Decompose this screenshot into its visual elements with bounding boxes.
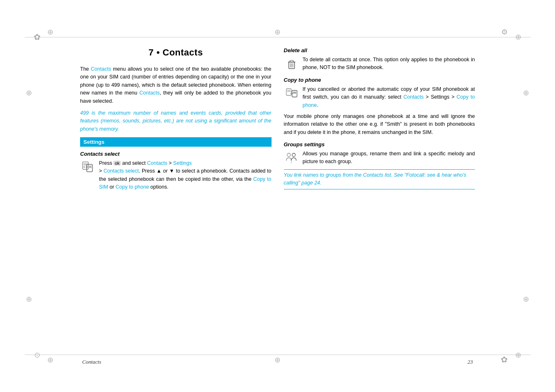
gear-icon-tr: ⚙ (501, 28, 508, 36)
delete-all-heading: Delete all (284, 47, 475, 53)
groups-settings-icon: ♪ (284, 150, 299, 166)
page-title: 7 • Contacts (80, 47, 272, 58)
flower-icon-tl: ✿ (34, 32, 41, 42)
delete-all-text: To delete all contacts at once. This opt… (303, 56, 475, 72)
svg-rect-5 (88, 166, 92, 168)
info-italic-box: You link names to groups from the Contac… (284, 169, 475, 189)
phone-sim-icon (81, 160, 95, 174)
intro-paragraph: The Contacts menu allows you to select o… (80, 65, 272, 105)
crosshair-tc: ⊕ (274, 28, 281, 37)
crosshair-ml: ⊕ (26, 88, 32, 97)
flower-br: ✿ (501, 355, 508, 364)
contacts-link-2: Contacts (139, 90, 159, 96)
left-column: 7 • Contacts The Contacts menu allows yo… (80, 47, 272, 345)
svg-rect-13 (287, 90, 290, 92)
manage-body: Your mobile phone only manages one phone… (284, 113, 475, 135)
svg-text:♪: ♪ (290, 160, 292, 164)
italic-text: 499 is the maximum number of names and e… (80, 110, 272, 132)
copy-to-phone-icon-row: If you cancelled or aborted the automati… (284, 85, 475, 109)
cs-settings-link: Settings (173, 160, 192, 166)
crosshair-bml: ⊕ (26, 295, 32, 304)
sim-copy-icon (285, 86, 299, 100)
hrule-top (25, 37, 530, 37)
intro-text: The (80, 66, 91, 72)
footer-right: 23 (467, 359, 473, 365)
ctp-dot: . (317, 102, 318, 108)
ctp-contacts-link: Contacts (403, 94, 424, 100)
hrule-bottom (25, 355, 530, 355)
cs-contacts-link: Contacts (147, 160, 167, 166)
delete-all-heading-text: Delete all (284, 47, 307, 53)
ctp-text2: > Settings > (424, 94, 456, 100)
contacts-select-icon (80, 159, 96, 175)
crosshair-bmr: ⊕ (523, 295, 529, 304)
contacts-select-heading-text: Contacts select (80, 151, 120, 157)
trash-icon (285, 57, 299, 71)
copy-to-phone-text: If you cancelled or aborted the automati… (303, 85, 475, 109)
svg-point-18 (292, 153, 295, 157)
crosshair-mr: ⊕ (523, 88, 529, 97)
delete-all-body: To delete all contacts at once. This opt… (303, 57, 475, 70)
cs-or: or (108, 184, 115, 190)
ok-button-icon: ok (113, 161, 121, 166)
page: ✿ ⊕ ⊕ ⚙ ⊙ ⊕ ⊕ ✿ ⊕ ⊕ ⊕ ⊕ ⊕ ⊕ (0, 0, 555, 392)
contacts-select-heading: Contacts select (80, 151, 272, 157)
right-column: Delete all (284, 47, 475, 345)
gear-tr: ⚙ (501, 28, 508, 37)
delete-all-icon-row: To delete all contacts at once. This opt… (284, 56, 475, 72)
copy-phone-link: Copy to phone (115, 184, 149, 190)
corner-tr: ⊕ (506, 25, 530, 49)
settings-bar: Settings (80, 137, 272, 147)
groups-settings-section: Groups settings ♪ (284, 141, 475, 189)
flower-icon-br: ✿ (501, 355, 508, 364)
cs-contacts-select-link: Contacts select (104, 168, 139, 174)
footer-left: Contacts (82, 359, 101, 365)
groups-settings-heading: Groups settings (284, 141, 475, 148)
groups-icon: ♪ (285, 151, 299, 165)
corner-br: ⊕ (506, 343, 530, 367)
manage-text: Your mobile phone only manages one phone… (284, 113, 475, 136)
corner-bl: ⊙ (25, 343, 49, 367)
corner-tl: ✿ (25, 25, 49, 49)
delete-all-icon (284, 56, 299, 71)
copy-to-phone-heading-text: Copy to phone (284, 77, 321, 83)
groups-settings-heading-text: Groups settings (284, 141, 325, 148)
contacts-select-icon-row: Press ok and select Contacts > Settings>… (80, 159, 272, 191)
copy-to-phone-heading: Copy to phone (284, 77, 475, 83)
delete-all-section: Delete all (284, 47, 475, 72)
italic-block: 499 is the maximum number of names and e… (80, 109, 272, 133)
svg-point-17 (287, 153, 290, 157)
crosshair-tl: ⊕ (47, 28, 53, 37)
footer: Contacts 23 (82, 359, 473, 365)
groups-settings-icon-row: ♪ Allows you manage groups, rename them … (284, 150, 475, 166)
cs-text1: Press (99, 160, 113, 166)
groups-settings-text: Allows you manage groups, rename them an… (303, 150, 475, 166)
copy-to-phone-section: Copy to phone If you ca (284, 77, 475, 136)
content-area: 7 • Contacts The Contacts menu allows yo… (80, 47, 475, 345)
crosshair-bl: ⊕ (47, 355, 53, 364)
contacts-link-1: Contacts (91, 66, 111, 72)
cs-text2: and select (121, 160, 147, 166)
info-italic-text: You link names to groups from the (284, 172, 363, 178)
cs-options: options. (149, 184, 168, 190)
svg-rect-15 (293, 92, 296, 94)
cs-text3: > (167, 160, 173, 166)
gs-body: Allows you manage groups, rename them an… (303, 151, 475, 164)
info-contacts-link: Contacts (363, 172, 383, 178)
contacts-select-text: Press ok and select Contacts > Settings>… (99, 159, 272, 191)
cs-text4: > (99, 168, 104, 174)
copy-to-phone-icon (284, 85, 299, 101)
settings-label: Settings (83, 139, 104, 145)
svg-rect-2 (83, 166, 85, 168)
